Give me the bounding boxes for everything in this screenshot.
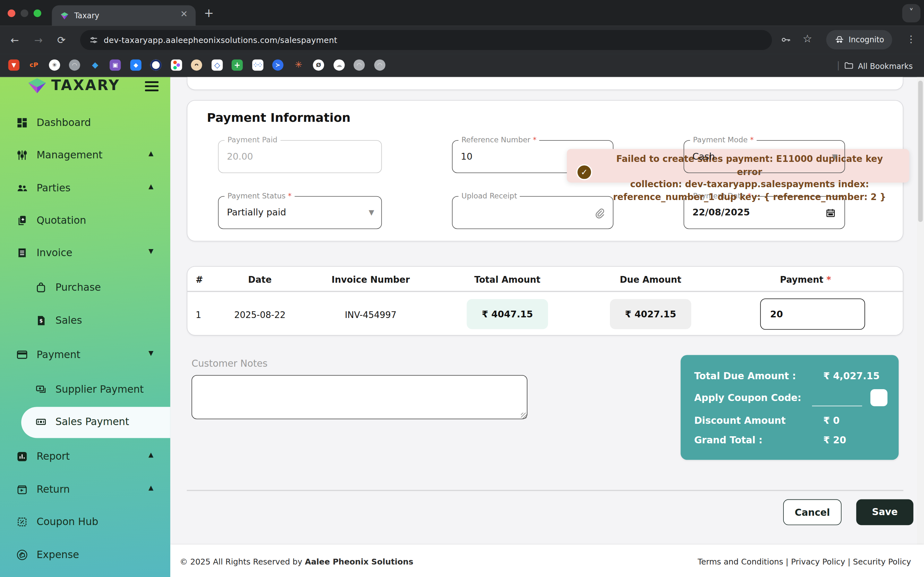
coupon-ticket-icon bbox=[16, 516, 29, 528]
sidebar-item-parties[interactable]: Parties ▲ bbox=[0, 177, 170, 200]
save-button[interactable]: Save bbox=[856, 500, 913, 525]
bookmark-starburst-icon[interactable]: ✳ bbox=[293, 60, 304, 71]
bookmark-cloud-icon[interactable]: ☁ bbox=[334, 60, 345, 71]
footer-links: Terms and Conditions | Privacy Policy | … bbox=[590, 557, 911, 566]
sidebar-item-invoice[interactable]: Invoice ▼ bbox=[0, 242, 170, 265]
chevron-down-icon[interactable]: ▼ bbox=[149, 247, 153, 255]
all-bookmarks-button[interactable]: All Bookmarks bbox=[858, 62, 913, 71]
chevron-up-icon[interactable]: ▲ bbox=[149, 150, 153, 157]
chevron-up-icon[interactable]: ▲ bbox=[149, 451, 153, 459]
sidebar-item-dashboard[interactable]: Dashboard bbox=[0, 111, 170, 135]
table-header-num: # bbox=[196, 274, 208, 285]
upload-receipt-field[interactable]: Upload Receipt bbox=[452, 196, 614, 229]
window-zoom-button[interactable] bbox=[34, 9, 41, 17]
receipt-icon bbox=[16, 247, 29, 259]
table-header-invoice-number: Invoice Number bbox=[323, 274, 418, 285]
copyright-text: © 2025 All Rights Reserved by Aalee Pheo… bbox=[180, 557, 413, 566]
reload-button[interactable]: ⟳ bbox=[57, 34, 65, 46]
privacy-link[interactable]: Privacy Policy bbox=[791, 557, 845, 566]
bookmark-star-icon[interactable]: ☆ bbox=[803, 32, 813, 45]
sidebar-item-management[interactable]: Management ▲ bbox=[0, 143, 170, 167]
sidebar-item-sales[interactable]: $ Sales bbox=[0, 309, 170, 332]
cancel-button[interactable]: Cancel bbox=[783, 500, 842, 525]
address-bar[interactable]: dev-taxaryapp.aaleepheonixsolutions.com/… bbox=[80, 30, 772, 50]
chevron-up-icon[interactable]: ▲ bbox=[149, 182, 153, 190]
sidebar-item-quotation[interactable]: Quotation bbox=[0, 209, 170, 232]
bookmark-openai-icon[interactable]: ✳ bbox=[49, 60, 60, 71]
window-minimize-button[interactable] bbox=[21, 9, 28, 17]
bookmark-health-plus-icon[interactable]: + bbox=[232, 60, 243, 71]
bookmark-bird-icon[interactable]: ≻ bbox=[272, 60, 284, 71]
security-link[interactable]: Security Policy bbox=[853, 557, 911, 566]
chevron-up-icon[interactable]: ▲ bbox=[149, 484, 153, 492]
bookmark-slashed-circle-icon[interactable]: Ø bbox=[313, 60, 324, 71]
sidebar-item-sales-payment[interactable]: Sales Payment bbox=[0, 410, 170, 434]
bookmark-gitlab-icon[interactable]: ▼ bbox=[8, 60, 19, 71]
people-icon bbox=[16, 182, 29, 195]
incognito-badge: Incognito bbox=[826, 30, 892, 50]
payment-mode-field[interactable]: Payment Mode * Cash ▼ bbox=[684, 140, 845, 173]
customer-notes-textarea[interactable] bbox=[192, 375, 527, 419]
sidebar-item-payment[interactable]: Payment ▼ bbox=[0, 343, 170, 367]
bookmark-crystal-icon[interactable]: ◆ bbox=[89, 60, 101, 71]
footer-separator: | bbox=[848, 557, 850, 566]
bookmark-devices-icon[interactable]: ▣ bbox=[110, 60, 121, 71]
bookmark-onix-solutions-icon[interactable]: ◇ bbox=[212, 60, 223, 71]
bookmarks-separator: | bbox=[837, 60, 840, 71]
back-button[interactable]: ← bbox=[11, 34, 19, 46]
total-due-value: ₹ 4,027.15 bbox=[823, 370, 880, 382]
tab-close-icon[interactable]: ✕ bbox=[180, 10, 188, 19]
coupon-code-input[interactable] bbox=[812, 406, 862, 406]
bookmark-figma-icon[interactable] bbox=[171, 60, 182, 71]
site-settings-icon[interactable] bbox=[89, 35, 99, 45]
tab-search-chevron-button[interactable]: ˅ bbox=[902, 4, 921, 23]
bookmark-jira-icon[interactable]: ◆ bbox=[130, 60, 142, 71]
coupon-apply-checkbox[interactable] bbox=[871, 389, 887, 406]
dropdown-caret-icon[interactable]: ▼ bbox=[832, 153, 837, 161]
window-close-button[interactable] bbox=[8, 9, 15, 17]
sidebar-item-expense[interactable]: Expense bbox=[0, 543, 170, 567]
toast-check-icon: ✓ bbox=[576, 164, 592, 180]
table-header-due-amount: Due Amount bbox=[609, 274, 692, 285]
new-tab-button[interactable]: + bbox=[204, 7, 214, 19]
sidebar-item-supplier-payment[interactable]: Supplier Payment bbox=[0, 378, 170, 401]
sidebar-item-purchase[interactable]: Purchase bbox=[0, 276, 170, 300]
paperclip-icon[interactable] bbox=[593, 207, 606, 219]
browser-window: Taxary ✕ + ˅ ← → ⟳ dev-taxaryapp.aaleeph… bbox=[0, 0, 924, 577]
sidebar-item-coupon-hub[interactable]: Coupon Hub bbox=[0, 510, 170, 534]
forward-button[interactable]: → bbox=[34, 34, 43, 46]
bookmark-ring-icon[interactable] bbox=[150, 60, 162, 71]
brand-name: TAXARY bbox=[51, 77, 120, 93]
sidebar-item-return[interactable]: Return ▲ bbox=[0, 478, 170, 501]
bookmark-jenkins-icon[interactable]: ᴖ bbox=[191, 60, 202, 71]
credit-card-icon bbox=[16, 348, 29, 361]
actions-divider bbox=[187, 490, 903, 491]
sidebar-item-report[interactable]: Report ▲ bbox=[0, 445, 170, 469]
sliders-icon bbox=[16, 149, 29, 161]
bookmark-cpanel-icon[interactable]: cP bbox=[28, 60, 39, 71]
chevron-down-icon[interactable]: ▼ bbox=[149, 349, 153, 357]
dropdown-caret-icon[interactable]: ▼ bbox=[368, 208, 374, 217]
browser-menu-kebab-icon[interactable]: ⋮ bbox=[906, 34, 916, 45]
bookmark-globe-icon[interactable]: ◠ bbox=[69, 60, 80, 71]
browser-tab[interactable]: Taxary ✕ bbox=[52, 5, 196, 26]
sidebar-toggle-hamburger-icon[interactable] bbox=[145, 79, 158, 93]
incognito-icon bbox=[834, 34, 845, 45]
bookmark-dot-grid-icon[interactable]: ⁘⁘ bbox=[252, 60, 263, 71]
return-box-icon bbox=[16, 484, 29, 496]
calendar-icon[interactable] bbox=[825, 207, 836, 219]
total-due-label: Total Due Amount : bbox=[694, 370, 796, 382]
payment-amount-input[interactable] bbox=[760, 298, 865, 330]
bookmark-globe-icon[interactable]: ◠ bbox=[354, 60, 365, 71]
page-title: Payment Information bbox=[207, 111, 351, 125]
taxary-favicon-icon bbox=[60, 11, 69, 21]
payment-date-value[interactable]: 22/08/2025 bbox=[692, 207, 750, 218]
textarea-resize-grip[interactable] bbox=[521, 413, 527, 419]
url-text[interactable]: dev-taxaryapp.aaleepheonixsolutions.com/… bbox=[103, 35, 337, 45]
payment-status-field[interactable]: Payment Status * Partially paid ▼ bbox=[218, 196, 382, 229]
scrollbar-thumb[interactable] bbox=[918, 81, 923, 222]
payment-paid-input bbox=[218, 141, 381, 172]
bookmark-globe-icon[interactable]: ◠ bbox=[374, 60, 385, 71]
terms-link[interactable]: Terms and Conditions bbox=[698, 557, 783, 566]
password-key-icon[interactable] bbox=[780, 34, 792, 45]
